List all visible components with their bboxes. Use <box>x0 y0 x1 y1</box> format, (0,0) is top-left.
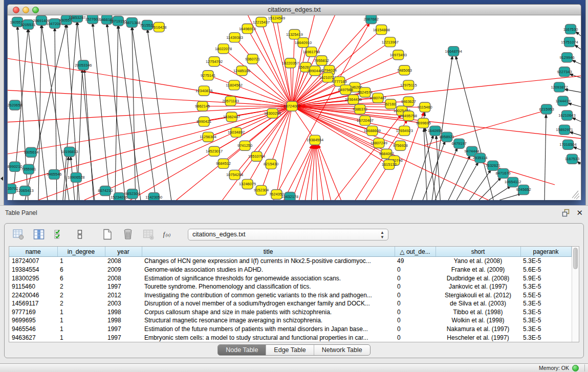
table-cell[interactable]: 0 <box>395 333 435 342</box>
table-cell[interactable]: 14569117 <box>9 299 57 308</box>
close-button[interactable] <box>13 7 19 13</box>
graph-node[interactable]: 7624350 <box>269 189 284 199</box>
graph-node[interactable]: 15124549 <box>268 15 285 23</box>
table-cell[interactable]: Franke et al. (2009) <box>435 266 520 274</box>
graph-node[interactable]: 7616428 <box>151 23 166 32</box>
table-cell[interactable]: 1997 <box>105 325 142 334</box>
memory-status-icon[interactable] <box>572 365 579 371</box>
graph-node[interactable]: 12975115 <box>400 80 417 90</box>
table-cell[interactable]: 0 <box>395 308 435 317</box>
table-cell[interactable]: 5.3E-5 <box>520 316 571 325</box>
graph-node[interactable]: 11256304 <box>200 132 216 142</box>
graph-node[interactable]: 15362447 <box>223 112 240 122</box>
network-window-titlebar[interactable]: citations_edges.txt <box>7 4 581 15</box>
tab-node-table[interactable]: Node Table <box>218 345 266 355</box>
table-selector-dropdown[interactable]: citations_edges.txt ▲▼ <box>188 229 388 240</box>
table-cell[interactable]: Stergiakouli et al. (2012) <box>435 291 520 299</box>
graph-node[interactable]: 7355981 <box>21 164 36 174</box>
table-cell[interactable]: 2009 <box>105 266 142 274</box>
table-cell[interactable]: 5.3E-5 <box>520 333 571 342</box>
table-cell[interactable]: Structural magnetic resonance image aver… <box>142 316 395 325</box>
graph-node[interactable]: 9245652 <box>516 185 531 194</box>
graph-node[interactable]: 2935114 <box>473 153 488 163</box>
column-header-out_de[interactable]: △ out_de... <box>395 247 435 257</box>
tab-network-table[interactable]: Network Table <box>314 345 370 355</box>
graph-node[interactable]: 6497568 <box>338 85 353 95</box>
table-row[interactable]: 1830029562008Estimation of significance … <box>9 274 571 282</box>
graph-node[interactable]: 9756928 <box>393 141 408 150</box>
table-cell[interactable]: Jankovic et al. (1997) <box>435 282 520 291</box>
graph-node[interactable]: 11439383 <box>226 33 243 42</box>
table-cell[interactable]: 1 <box>57 308 105 317</box>
minimize-button[interactable] <box>23 7 29 13</box>
column-header-pagerank[interactable]: pagerank <box>520 247 571 257</box>
table-cell[interactable]: Wolkin et al. (1998) <box>435 316 520 325</box>
table-cell[interactable]: 2 <box>57 282 105 291</box>
table-cell[interactable]: 1 <box>57 325 105 334</box>
column-header-in_degree[interactable]: in_degree <box>57 247 105 257</box>
graph-node[interactable]: 9129946 <box>559 53 574 62</box>
graph-node[interactable]: 6479197 <box>452 139 467 148</box>
zoom-button[interactable] <box>32 7 39 13</box>
graph-node[interactable]: 18220357 <box>282 58 299 68</box>
table-cell[interactable]: 5.3E-5 <box>520 257 571 266</box>
table-cell[interactable]: Dudbridge et al. (2008) <box>435 274 520 282</box>
table-cell[interactable]: 2 <box>57 291 105 299</box>
table-cell[interactable]: 0 <box>395 282 435 291</box>
table-settings-icon[interactable] <box>12 228 25 241</box>
graph-node[interactable]: 17016504 <box>559 140 576 149</box>
table-cell[interactable]: 2008 <box>105 274 142 282</box>
graph-node[interactable]: 12065413 <box>16 186 33 195</box>
graph-node[interactable]: 19384554 <box>307 135 323 145</box>
table-cell[interactable]: 9115460 <box>9 282 57 291</box>
close-panel-icon[interactable]: ✕ <box>576 208 583 217</box>
graph-node[interactable]: 1167533 <box>565 154 580 164</box>
table-cell[interactable]: 2 <box>57 299 105 308</box>
table-row[interactable]: 1872400712008Changes of HCN gene express… <box>9 257 571 266</box>
graph-node[interactable]: 10754208 <box>226 170 243 180</box>
graph-node[interactable]: 7485063 <box>397 65 412 75</box>
graph-node[interactable]: 2620650 <box>8 100 23 110</box>
graph-node[interactable]: 12213967 <box>382 37 399 47</box>
table-cell[interactable]: Embryonic stem cells: a model to study s… <box>142 333 395 342</box>
table-cell[interactable]: Investigating the contribution of common… <box>142 291 395 299</box>
table-cell[interactable]: 6 <box>57 266 105 274</box>
network-canvas-container[interactable]: 1905572920553120691406104720889305572108… <box>7 15 581 200</box>
graph-node[interactable]: 9862145 <box>195 101 210 111</box>
table-row[interactable]: 2242004622012Investigating the contribut… <box>9 291 571 299</box>
graph-node[interactable]: 1167530 <box>563 25 578 34</box>
table-cell[interactable]: 5.3E-5 <box>520 282 571 291</box>
graph-node[interactable]: 12215437 <box>253 17 270 27</box>
resize-grip-icon[interactable] <box>572 191 579 199</box>
graph-node[interactable]: 8990210 <box>8 162 23 171</box>
table-cell[interactable]: Nakamura et al. (1997) <box>435 325 520 334</box>
float-window-icon[interactable] <box>562 209 570 217</box>
graph-node[interactable]: 8990421 <box>197 117 211 126</box>
table-cell[interactable]: 5.5E-5 <box>520 291 571 299</box>
graph-node[interactable]: 9465546 <box>47 169 61 179</box>
table-row[interactable]: 911546021997Tourette syndrome. Phenomeno… <box>9 282 571 291</box>
table-cell[interactable]: Estimation of the future numbers of pati… <box>142 325 395 334</box>
table-cell[interactable]: 6 <box>57 274 105 282</box>
network-canvas[interactable]: 1905572920553120691406104720889305572108… <box>8 15 581 200</box>
graph-node[interactable]: 9990448 <box>308 66 322 76</box>
graph-node[interactable]: 10688609 <box>364 126 381 136</box>
graph-node[interactable]: 10973493 <box>390 50 407 60</box>
tab-edge-table[interactable]: Edge Table <box>266 345 313 355</box>
table-cell[interactable]: Tibbo et al. (1998) <box>435 308 520 317</box>
table-cell[interactable]: 18724007 <box>9 257 57 266</box>
graph-node[interactable]: 9463627 <box>401 97 416 106</box>
graph-node[interactable]: 1527602 <box>85 15 100 24</box>
graph-node[interactable]: 8471676 <box>496 168 511 178</box>
graph-node[interactable]: 9684512 <box>216 159 231 168</box>
table-cell[interactable]: 1998 <box>105 316 142 325</box>
table-cell[interactable]: Tourette syndrome. Phenomenology and cla… <box>142 282 395 291</box>
table-cell[interactable]: 9777169 <box>9 308 57 317</box>
table-cell[interactable]: 2012 <box>105 291 142 299</box>
table-cell[interactable]: 5.6E-5 <box>520 266 571 274</box>
table-cell[interactable]: 5.3E-5 <box>520 325 571 334</box>
graph-node[interactable]: 16496910 <box>239 24 256 34</box>
graph-node[interactable]: 16154808 <box>373 25 390 35</box>
graph-node[interactable]: 7386372 <box>353 104 367 114</box>
table-cell[interactable]: Corpus callosum shape and size in male p… <box>142 308 395 317</box>
